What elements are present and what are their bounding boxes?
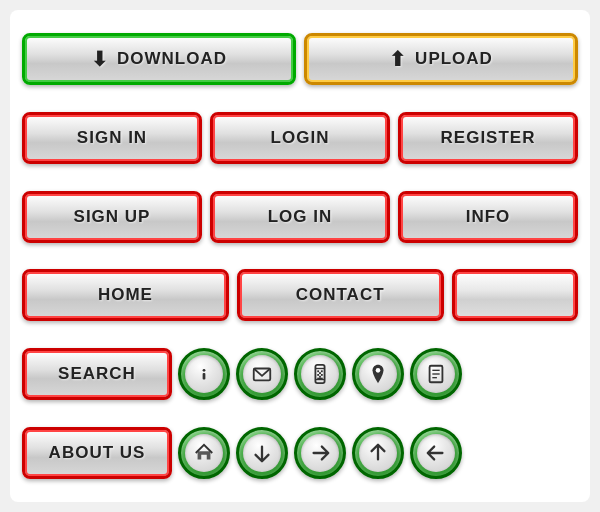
circle-up-button[interactable]: [352, 427, 404, 479]
sign-in-button[interactable]: SIGN IN: [22, 112, 202, 164]
row-6: ABOUT US: [22, 417, 578, 488]
row-1: ⬇ DOWNLOAD ⬆ UPLOAD: [22, 24, 578, 95]
info-icon: [193, 363, 215, 385]
phone-icon: [309, 363, 331, 385]
up-arrow-icon: [367, 442, 389, 464]
download-button[interactable]: ⬇ DOWNLOAD: [22, 33, 296, 85]
circle-mail-button[interactable]: [236, 348, 288, 400]
sign-in-label: SIGN IN: [77, 128, 147, 148]
upload-icon: ⬆: [389, 47, 407, 71]
row-2: SIGN IN LOGIN REGISTER: [22, 103, 578, 174]
svg-rect-12: [317, 378, 323, 379]
circle-down-inner: [243, 434, 281, 472]
about-us-label: ABOUT US: [49, 443, 146, 463]
download-label: DOWNLOAD: [117, 49, 227, 69]
register-button[interactable]: REGISTER: [398, 112, 578, 164]
svg-rect-9: [321, 374, 323, 376]
about-us-button[interactable]: ABOUT US: [22, 427, 172, 479]
note-icon: [425, 363, 447, 385]
login-label: LOGIN: [271, 128, 330, 148]
upload-label: UPLOAD: [415, 49, 493, 69]
empty-button[interactable]: [452, 269, 578, 321]
location-icon: [367, 363, 389, 385]
circle-left-button[interactable]: [410, 427, 462, 479]
circle-left-inner: [417, 434, 455, 472]
circle-house-inner: [185, 434, 223, 472]
circle-note-button[interactable]: [410, 348, 462, 400]
svg-rect-6: [317, 370, 319, 372]
down-arrow-icon: [251, 442, 273, 464]
sign-up-label: SIGN UP: [74, 207, 151, 227]
circle-house-button[interactable]: [178, 427, 230, 479]
log-in-label: LOG IN: [268, 207, 333, 227]
circle-info-button[interactable]: [178, 348, 230, 400]
info-label: INFO: [466, 207, 511, 227]
circle-mail-inner: [243, 355, 281, 393]
search-label: SEARCH: [58, 364, 136, 384]
svg-rect-7: [321, 370, 323, 372]
svg-rect-10: [319, 372, 321, 374]
home-button[interactable]: HOME: [22, 269, 229, 321]
contact-button[interactable]: CONTACT: [237, 269, 444, 321]
row-4: HOME CONTACT: [22, 260, 578, 331]
circle-location-button[interactable]: [352, 348, 404, 400]
svg-rect-1: [203, 373, 206, 379]
right-arrow-icon: [309, 442, 331, 464]
sign-up-button[interactable]: SIGN UP: [22, 191, 202, 243]
circle-phone-inner: [301, 355, 339, 393]
circle-up-inner: [359, 434, 397, 472]
left-arrow-icon: [425, 442, 447, 464]
circle-note-inner: [417, 355, 455, 393]
svg-point-13: [376, 368, 381, 373]
circle-info-inner: [185, 355, 223, 393]
button-panel: ⬇ DOWNLOAD ⬆ UPLOAD SIGN IN LOGIN REGIST…: [10, 10, 590, 502]
circle-right-button[interactable]: [294, 427, 346, 479]
register-label: REGISTER: [441, 128, 536, 148]
login-button[interactable]: LOGIN: [210, 112, 390, 164]
home-label: HOME: [98, 285, 153, 305]
download-icon: ⬇: [91, 47, 109, 71]
svg-rect-8: [317, 374, 319, 376]
info-button[interactable]: INFO: [398, 191, 578, 243]
circle-right-inner: [301, 434, 339, 472]
search-button[interactable]: SEARCH: [22, 348, 172, 400]
circle-down-button[interactable]: [236, 427, 288, 479]
contact-label: CONTACT: [296, 285, 385, 305]
upload-button[interactable]: ⬆ UPLOAD: [304, 33, 578, 85]
row-5: SEARCH: [22, 339, 578, 410]
mail-icon: [251, 363, 273, 385]
log-in-button[interactable]: LOG IN: [210, 191, 390, 243]
circle-phone-button[interactable]: [294, 348, 346, 400]
circle-location-inner: [359, 355, 397, 393]
house-icon: [193, 442, 215, 464]
svg-point-0: [203, 369, 206, 372]
svg-rect-11: [319, 376, 321, 378]
row-3: SIGN UP LOG IN INFO: [22, 181, 578, 252]
